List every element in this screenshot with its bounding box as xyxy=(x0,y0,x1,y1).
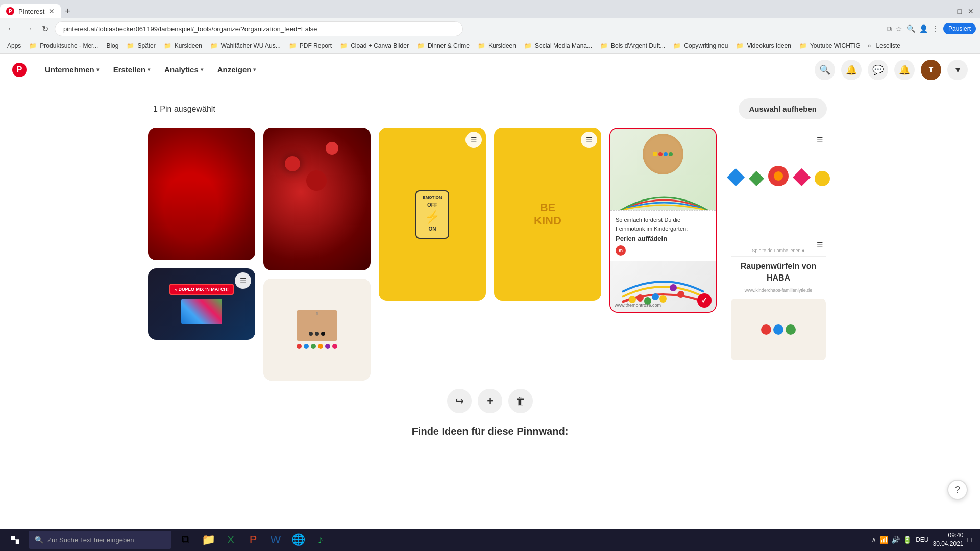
new-tab-button[interactable]: + xyxy=(61,4,75,19)
start-button[interactable] xyxy=(4,529,27,551)
main-content: 1 Pin ausgewählt Auswahl aufheben ☰ ☰ xyxy=(0,86,980,449)
back-button[interactable]: ← xyxy=(4,22,18,35)
tab-right-icons: — □ ✕ xyxy=(942,6,980,16)
bookmark-spater[interactable]: 📁 Später xyxy=(124,41,158,51)
bookmark-icon[interactable]: ☆ xyxy=(896,24,902,33)
bookmark-apps[interactable]: Apps xyxy=(4,41,24,51)
profile-pill[interactable]: Pausiert xyxy=(943,23,976,34)
nav-anzeigen[interactable]: Anzeigen ▾ xyxy=(211,61,262,78)
bookmark-copywriting[interactable]: 📁 Copywriting neu xyxy=(670,41,731,51)
nav-analytics[interactable]: Analytics ▾ xyxy=(158,61,209,78)
pin-grid: ☰ ☰ ⬦ DUPLO MIX 'N MATCH! xyxy=(0,128,980,381)
pin-card-yellow-switch[interactable]: ☰ EMOTION OFF ⚡ ON xyxy=(379,128,486,301)
taskbar-word[interactable]: W xyxy=(265,530,286,550)
close-window-button[interactable]: ✕ xyxy=(966,6,976,16)
pin-options-icon-bekind[interactable]: ☰ xyxy=(581,132,597,148)
pin-card-paint[interactable]: ☰ fl xyxy=(263,279,371,381)
taskbar-taskview[interactable]: ⧉ xyxy=(176,530,196,550)
crafts-image-area xyxy=(731,299,826,360)
taskbar-chrome[interactable]: 🌐 xyxy=(288,530,308,550)
maximize-button[interactable]: □ xyxy=(955,6,964,16)
tray-arrow[interactable]: ∧ xyxy=(871,536,876,544)
bookmark-social[interactable]: 📁 Social Media Mana... xyxy=(521,41,595,51)
pin-options-icon-duplo[interactable]: ☰ xyxy=(235,272,251,289)
pin-menu-be-kind[interactable]: ☰ xyxy=(581,132,597,148)
svg-point-3 xyxy=(652,293,659,300)
nails-gradient xyxy=(148,181,255,260)
messages-button[interactable]: 💬 xyxy=(868,60,888,80)
bookmark-videokurs[interactable]: 📁 Videokurs Ideen xyxy=(733,41,794,51)
bookmarks-more[interactable]: » xyxy=(868,42,871,49)
bookmark-blog[interactable]: Blog xyxy=(103,41,121,51)
pin-image-paint: fl xyxy=(263,279,371,381)
taskbar-search[interactable]: 🔍 Zur Suche Text hier eingeben xyxy=(29,531,172,549)
pin-options-icon-birds[interactable]: ☰ xyxy=(812,132,828,148)
montessori-brand: m xyxy=(616,245,710,256)
pin-card-crafts[interactable]: ☰ Spielte de Fambe lenen ● Raupenwürfeln… xyxy=(725,233,832,375)
search-button[interactable]: 🔍 xyxy=(815,60,835,80)
bookmark-leseliste[interactable]: Leseliste xyxy=(873,41,903,51)
pin-card-cherries[interactable]: ☰ xyxy=(263,128,371,270)
settings-icon[interactable]: ⋮ xyxy=(932,24,939,33)
nav-erstellen[interactable]: Erstellen ▾ xyxy=(107,61,156,78)
folder-icon-11: 📁 xyxy=(673,42,681,49)
cancel-selection-button[interactable]: Auswahl aufheben xyxy=(739,98,827,119)
taskbar-excel[interactable]: X xyxy=(220,530,241,550)
add-to-section-button[interactable]: + xyxy=(478,389,502,413)
pin-card-duplo[interactable]: ☰ ⬦ DUPLO MIX 'N MATCH! xyxy=(148,268,255,340)
pin-menu-duplo[interactable]: ☰ xyxy=(235,272,251,289)
alerts-button[interactable]: 🔔 xyxy=(894,60,915,80)
bookmark-kursideen[interactable]: 📁 Kursideen xyxy=(161,41,205,51)
svg-point-0 xyxy=(629,296,636,303)
help-button[interactable]: ? xyxy=(947,480,968,500)
svg-point-1 xyxy=(636,294,644,302)
forward-button[interactable]: → xyxy=(21,22,36,35)
nav-unternehmen[interactable]: Unternehmen ▾ xyxy=(39,61,105,78)
taskbar-explorer[interactable]: 📁 xyxy=(198,530,218,550)
notifications-button[interactable]: 🔔 xyxy=(841,60,862,80)
move-to-board-button[interactable]: ↪ xyxy=(447,389,472,413)
tab-close-button[interactable]: ✕ xyxy=(48,7,55,15)
bookmark-produktsuche[interactable]: 📁 Produktsuche - Mer... xyxy=(26,41,101,51)
taskbar-spotify[interactable]: ♪ xyxy=(310,530,331,550)
pin-menu-yellow-switch[interactable]: ☰ xyxy=(465,132,482,148)
bookmark-dinner[interactable]: 📁 Dinner & Crime xyxy=(414,41,473,51)
cherry-1 xyxy=(285,156,300,171)
sound-icon[interactable]: 🔊 xyxy=(891,536,900,544)
taskbar: 🔍 Zur Suche Text hier eingeben ⧉ 📁 X P W… xyxy=(0,529,980,551)
network-icon[interactable]: 📶 xyxy=(879,536,888,544)
pin-card-birds[interactable]: ☰ xyxy=(725,128,832,224)
taskbar-powerpoint[interactable]: P xyxy=(243,530,263,550)
minimize-button[interactable]: — xyxy=(942,6,953,16)
user-avatar[interactable]: T xyxy=(921,60,941,80)
pin-card-montessori[interactable]: ☰ xyxy=(609,128,717,313)
extensions-icon[interactable]: ⧉ xyxy=(887,24,892,33)
pin-menu-birds[interactable]: ☰ xyxy=(812,132,828,148)
pin-card-be-kind[interactable]: ☰ BE KIND xyxy=(494,128,601,301)
profile-icon[interactable]: 👤 xyxy=(919,24,928,33)
tab-favicon xyxy=(6,7,14,15)
pin-options-icon-switch[interactable]: ☰ xyxy=(465,132,482,148)
taskbar-time-display[interactable]: 09:40 30.04.2021 xyxy=(933,531,963,548)
active-tab[interactable]: Pinterest ✕ xyxy=(0,4,61,18)
bookmark-wahlfacher[interactable]: 📁 Wahlfächer WU Aus... xyxy=(207,41,284,51)
reload-button[interactable]: ↻ xyxy=(39,22,52,36)
avatar-dropdown[interactable]: ▾ xyxy=(947,60,968,80)
address-input[interactable] xyxy=(55,21,463,36)
bookmark-youtube[interactable]: 📁 Youtube WICHTIG xyxy=(796,41,864,51)
bookmark-kursideen2[interactable]: 📁 Kursideen xyxy=(475,41,519,51)
pin-card-nails[interactable]: ☰ xyxy=(148,128,255,260)
bookmark-canva[interactable]: 📁 Cload + Canva Bilder xyxy=(337,41,412,51)
battery-icon[interactable]: 🔋 xyxy=(903,536,912,544)
bookmark-pdf[interactable]: 📁 PDF Report xyxy=(286,41,335,51)
taskbar-search-icon: 🔍 xyxy=(35,536,43,544)
notification-center-icon[interactable]: □ xyxy=(968,536,972,544)
pin-menu-crafts[interactable]: ☰ xyxy=(812,237,828,253)
cherry-3 xyxy=(326,142,338,155)
delete-pin-button[interactable]: 🗑 xyxy=(508,389,533,413)
bookmark-bois[interactable]: 📁 Bois d'Argent Duft... xyxy=(597,41,668,51)
zoom-icon[interactable]: 🔍 xyxy=(906,24,915,33)
pinterest-logo[interactable]: P xyxy=(12,63,27,77)
pin-options-icon-crafts[interactable]: ☰ xyxy=(812,237,828,253)
taskbar-datetime[interactable]: DEU xyxy=(916,536,928,543)
